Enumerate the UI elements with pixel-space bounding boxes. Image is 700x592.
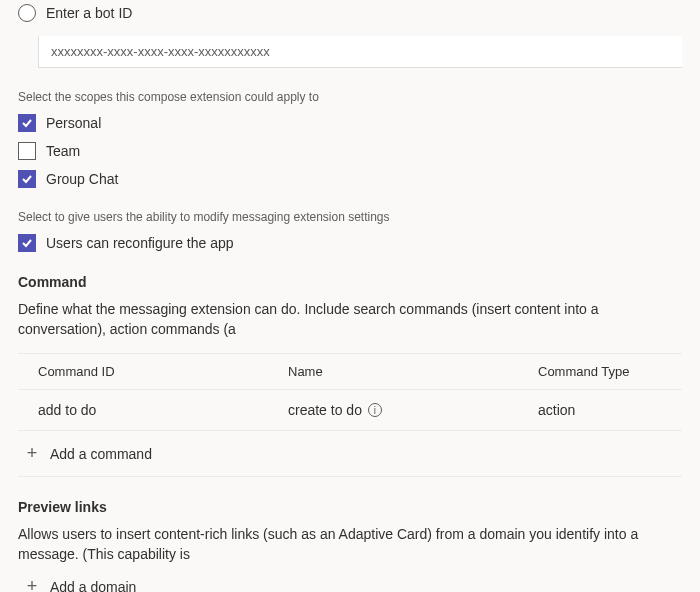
add-command-button[interactable]: + Add a command <box>18 431 682 477</box>
cell-command-type: action <box>518 390 682 430</box>
radio-unchecked-icon[interactable] <box>18 4 36 22</box>
preview-description: Allows users to insert content-rich link… <box>18 525 682 564</box>
scope-groupchat[interactable]: Group Chat <box>18 170 682 188</box>
checkbox-icon[interactable] <box>18 170 36 188</box>
checkbox-icon[interactable] <box>18 114 36 132</box>
col-name: Name <box>268 354 518 389</box>
scope-label: Personal <box>46 115 101 131</box>
bot-id-radio-label: Enter a bot ID <box>46 5 132 21</box>
table-row[interactable]: add to do create to do i action <box>18 390 682 431</box>
bot-id-radio-row[interactable]: Enter a bot ID <box>18 4 682 22</box>
command-description: Define what the messaging extension can … <box>18 300 682 339</box>
table-header: Command ID Name Command Type <box>18 353 682 390</box>
scopes-label: Select the scopes this compose extension… <box>18 90 682 104</box>
settings-reconfigure[interactable]: Users can reconfigure the app <box>18 234 682 252</box>
col-command-type: Command Type <box>518 354 682 389</box>
command-heading: Command <box>18 274 682 290</box>
scope-team[interactable]: Team <box>18 142 682 160</box>
scope-personal[interactable]: Personal <box>18 114 682 132</box>
checkbox-icon[interactable] <box>18 234 36 252</box>
info-icon[interactable]: i <box>368 403 382 417</box>
command-table: Command ID Name Command Type add to do c… <box>18 353 682 477</box>
cell-command-id: add to do <box>18 390 268 430</box>
add-domain-button[interactable]: + Add a domain <box>18 564 682 592</box>
plus-icon: + <box>24 576 40 592</box>
scope-label: Group Chat <box>46 171 118 187</box>
checkbox-icon[interactable] <box>18 142 36 160</box>
scope-label: Team <box>46 143 80 159</box>
cell-name-text: create to do <box>288 402 362 418</box>
add-command-label: Add a command <box>50 446 152 462</box>
settings-label: Select to give users the ability to modi… <box>18 210 682 224</box>
plus-icon: + <box>24 443 40 464</box>
bot-id-value: xxxxxxxx-xxxx-xxxx-xxxx-xxxxxxxxxxx <box>51 44 270 59</box>
settings-item-label: Users can reconfigure the app <box>46 235 234 251</box>
cell-name: create to do i <box>268 390 518 430</box>
bot-id-input[interactable]: xxxxxxxx-xxxx-xxxx-xxxx-xxxxxxxxxxx <box>38 36 682 68</box>
preview-heading: Preview links <box>18 499 682 515</box>
col-command-id: Command ID <box>18 354 268 389</box>
add-domain-label: Add a domain <box>50 579 136 592</box>
